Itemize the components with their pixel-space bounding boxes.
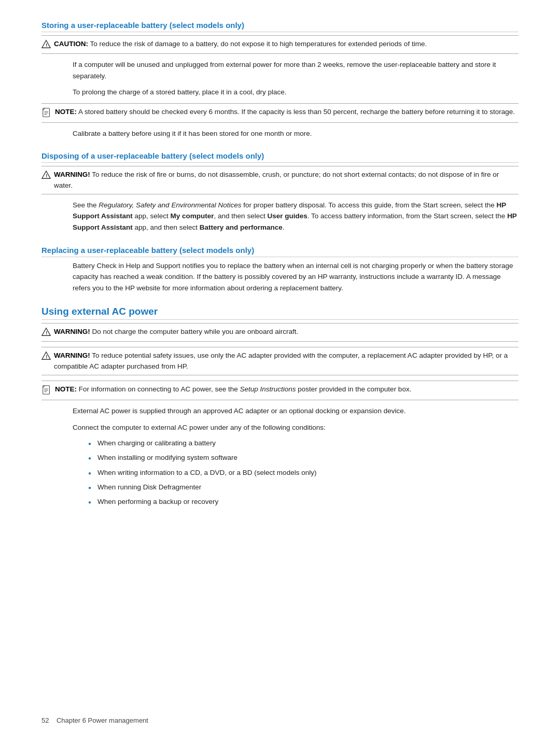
ac-bullet-list: When charging or calibrating a battery W… [88, 438, 519, 507]
warning-icon-ac-2: ! [41, 351, 51, 362]
warning-icon-ac-1: ! [41, 327, 51, 338]
using-ac-power-heading: Using external AC power [41, 306, 519, 320]
note-box-ac: NOTE: For information on connecting to A… [41, 381, 519, 400]
replacing-heading: Replacing a user-replaceable battery (se… [41, 246, 519, 257]
caution-text-storing: CAUTION: To reduce the risk of damage to… [54, 39, 427, 49]
list-item: When running Disk Defragmenter [88, 482, 519, 493]
note-text-ac: NOTE: For information on connecting to A… [55, 384, 411, 395]
warning-icon-disposing: ! [41, 170, 51, 181]
warning-box-ac-1: ! WARNING! Do not charge the computer ba… [41, 323, 519, 342]
svg-text:!: ! [46, 42, 47, 48]
warning-text-disposing: WARNING! To reduce the risk of fire or b… [54, 170, 519, 191]
caution-icon: ! [41, 39, 51, 50]
warning-box-disposing: ! WARNING! To reduce the risk of fire or… [41, 166, 519, 194]
list-item: When writing information to a CD, a DVD,… [88, 468, 519, 478]
storing-para-1: If a computer will be unused and unplugg… [73, 59, 519, 81]
disposing-para-1: See the Regulatory, Safety and Environme… [73, 200, 519, 233]
note-text-storing: NOTE: A stored battery should be checked… [55, 107, 515, 117]
replacing-section: Replacing a user-replaceable battery (se… [41, 246, 519, 294]
page-footer: 52 Chapter 6 Power management [41, 716, 148, 724]
note-icon-storing [41, 107, 52, 119]
svg-text:!: ! [46, 173, 47, 178]
storing-heading: Storing a user-replaceable battery (sele… [41, 21, 519, 32]
svg-text:!: ! [46, 354, 47, 359]
list-item: When performing a backup or recovery [88, 497, 519, 507]
ac-para-1: External AC power is supplied through an… [73, 405, 519, 417]
list-item: When charging or calibrating a battery [88, 438, 519, 448]
svg-text:!: ! [46, 330, 47, 335]
disposing-heading: Disposing of a user-replaceable battery … [41, 151, 519, 163]
warning-text-ac-1: WARNING! Do not charge the computer batt… [54, 327, 298, 337]
replacing-para-1: Battery Check in Help and Support notifi… [73, 260, 519, 294]
storing-para-2: To prolong the charge of a stored batter… [73, 87, 519, 98]
warning-text-ac-2: WARNING! To reduce potential safety issu… [54, 350, 519, 372]
caution-box-storing: ! CAUTION: To reduce the risk of damage … [41, 35, 519, 54]
list-item: When installing or modifying system soft… [88, 453, 519, 463]
storing-para-3: Calibrate a battery before using it if i… [73, 128, 519, 139]
ac-para-2: Connect the computer to external AC powe… [73, 422, 519, 433]
warning-box-ac-2: ! WARNING! To reduce potential safety is… [41, 347, 519, 375]
note-box-storing: NOTE: A stored battery should be checked… [41, 103, 519, 123]
storing-section: Storing a user-replaceable battery (sele… [41, 21, 519, 139]
using-ac-power-section: Using external AC power ! WARNING! Do no… [41, 306, 519, 507]
note-icon-ac [41, 385, 52, 397]
disposing-section: Disposing of a user-replaceable battery … [41, 151, 519, 233]
